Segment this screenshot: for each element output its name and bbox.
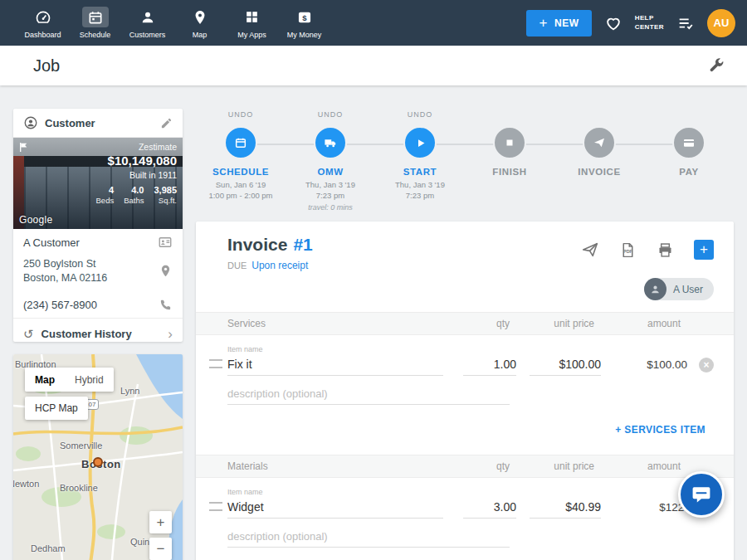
customer-history-label: Customer History — [42, 328, 168, 340]
invoice-step-button[interactable] — [583, 126, 616, 159]
heart-icon[interactable] — [604, 14, 622, 32]
step-invoice: INVOICE — [554, 110, 644, 212]
due-label: DUE — [227, 261, 247, 270]
nav-item-my-money[interactable]: $ My Money — [278, 0, 330, 46]
step-label: INVOICE — [554, 167, 644, 177]
nav-item-my-apps[interactable]: My Apps — [226, 0, 278, 46]
material-description-row — [196, 519, 734, 548]
map-view-button[interactable]: Map — [25, 368, 65, 392]
omw-step-button[interactable] — [314, 126, 347, 159]
drag-handle-icon[interactable] — [209, 502, 222, 511]
invoice-title-text: Invoice — [227, 235, 287, 255]
nav-right-cluster: + NEW HELP CENTER AU — [526, 9, 747, 37]
property-photo: Zestimate $10,149,080 Built in 1911 4 Be… — [13, 138, 183, 229]
map-label-newton: Newton — [13, 479, 39, 489]
google-watermark: Google — [19, 214, 53, 226]
wrench-icon[interactable] — [707, 56, 725, 75]
invoice-header: Invoice #1 DUE Upon receipt PDF + — [196, 222, 734, 271]
step-date-line2: 7:23 pm — [286, 190, 375, 201]
schedule-step-button[interactable] — [224, 126, 257, 159]
schedule-icon — [82, 7, 109, 27]
send-icon[interactable] — [581, 241, 599, 259]
item-name-label: Item name — [227, 345, 443, 353]
materials-header-strip: Materials qty unit price amount — [196, 455, 734, 478]
material-line-item: Item name $122. × — [196, 478, 734, 519]
invoice-title: Invoice #1 — [227, 235, 581, 255]
sqft-value: 3,985 — [154, 185, 177, 195]
chat-fab-button[interactable] — [678, 471, 725, 518]
top-navigation: Dashboard Schedule Customers Map My Apps — [0, 0, 747, 46]
finish-flag-icon — [504, 137, 515, 149]
services-header-strip: Services qty unit price amount — [196, 312, 734, 335]
streetview-flag-icon — [18, 142, 29, 153]
step-dates: Sun, Jan 6 '19 1:00 pm - 2:00 pm — [196, 179, 286, 202]
start-step-button[interactable] — [403, 126, 437, 159]
customer-history-row[interactable]: ↺ Customer History › — [13, 318, 183, 350]
user-avatar[interactable]: AU — [707, 9, 735, 37]
nav-label: Customers — [129, 31, 166, 39]
step-label: START — [375, 167, 465, 177]
zoom-out-button[interactable]: − — [149, 538, 172, 560]
hcp-map-button[interactable]: HCP Map — [25, 397, 88, 420]
print-icon[interactable] — [657, 241, 674, 259]
due-value-link[interactable]: Upon receipt — [251, 260, 308, 271]
zoom-in-button[interactable]: + — [149, 511, 172, 533]
invoice-title-block: Invoice #1 DUE Upon receipt — [227, 235, 581, 271]
plus-icon: + — [700, 241, 708, 258]
finish-step-button[interactable] — [493, 126, 526, 159]
help-center-link[interactable]: HELP CENTER — [635, 14, 664, 32]
drag-handle-icon[interactable] — [209, 359, 222, 368]
sqft-label: Sq.ft. — [154, 196, 177, 205]
map-label-lynn: Lynn — [120, 386, 139, 396]
hybrid-view-button[interactable]: Hybrid — [65, 368, 114, 392]
page-title: Job — [33, 56, 60, 75]
edit-pencil-icon[interactable] — [160, 117, 173, 129]
apps-grid-icon — [239, 7, 266, 27]
delete-item-button[interactable]: × — [699, 358, 714, 373]
service-price-input[interactable] — [530, 358, 601, 376]
nav-item-customers[interactable]: Customers — [121, 0, 173, 46]
assignee-chip[interactable]: A User — [644, 278, 714, 300]
nav-item-map[interactable]: Map — [173, 0, 226, 46]
add-services-item-link[interactable]: + SERVICES ITEM — [615, 424, 706, 436]
qty-column-header: qty — [456, 460, 510, 472]
nav-label: My Money — [287, 31, 322, 39]
pdf-icon[interactable]: PDF — [619, 241, 637, 259]
unit-price-column-header: unit price — [523, 460, 594, 472]
avatar-initials: AU — [714, 17, 730, 29]
assignee-avatar — [644, 278, 666, 300]
due-line: DUE Upon receipt — [227, 260, 581, 271]
customer-phone: (234) 567-8900 — [23, 299, 159, 311]
customer-phone-row: (234) 567-8900 — [13, 291, 183, 318]
stat-sqft: 3,985 Sq.ft. — [154, 185, 177, 205]
service-description-row — [196, 376, 734, 405]
step-label: PAY — [644, 167, 734, 177]
customer-circle-icon — [23, 115, 38, 130]
nav-item-schedule[interactable]: Schedule — [69, 0, 121, 46]
service-description-input[interactable] — [227, 387, 510, 405]
undo-link[interactable]: UNDO — [196, 110, 286, 121]
task-list-icon[interactable] — [676, 14, 695, 32]
new-button[interactable]: + NEW — [526, 10, 591, 37]
qty-column-header: qty — [456, 318, 510, 329]
invoice-card: Invoice #1 DUE Upon receipt PDF + — [196, 222, 734, 560]
material-qty-input[interactable] — [463, 500, 516, 519]
add-invoice-button[interactable]: + — [694, 240, 714, 260]
zestimate-block: Zestimate $10,149,080 Built in 1911 4 Be… — [96, 142, 177, 205]
baths-label: Baths — [124, 196, 144, 205]
baths-value: 4.0 — [124, 185, 144, 195]
map-marker[interactable] — [93, 457, 103, 467]
pay-step-button[interactable] — [672, 126, 706, 159]
service-name-input[interactable] — [227, 358, 443, 376]
undo-link[interactable]: UNDO — [375, 110, 465, 121]
nav-items: Dashboard Schedule Customers Map My Apps — [0, 0, 330, 46]
add-service-row: + SERVICES ITEM — [196, 405, 734, 436]
nav-item-dashboard[interactable]: Dashboard — [17, 0, 69, 46]
service-qty-input[interactable] — [463, 358, 516, 376]
nav-label: Dashboard — [24, 31, 61, 39]
material-description-input[interactable] — [227, 530, 510, 548]
customer-name-row: A Customer — [13, 229, 183, 256]
material-price-input[interactable] — [530, 500, 601, 519]
material-name-input[interactable] — [227, 500, 443, 519]
undo-link[interactable]: UNDO — [286, 110, 375, 121]
